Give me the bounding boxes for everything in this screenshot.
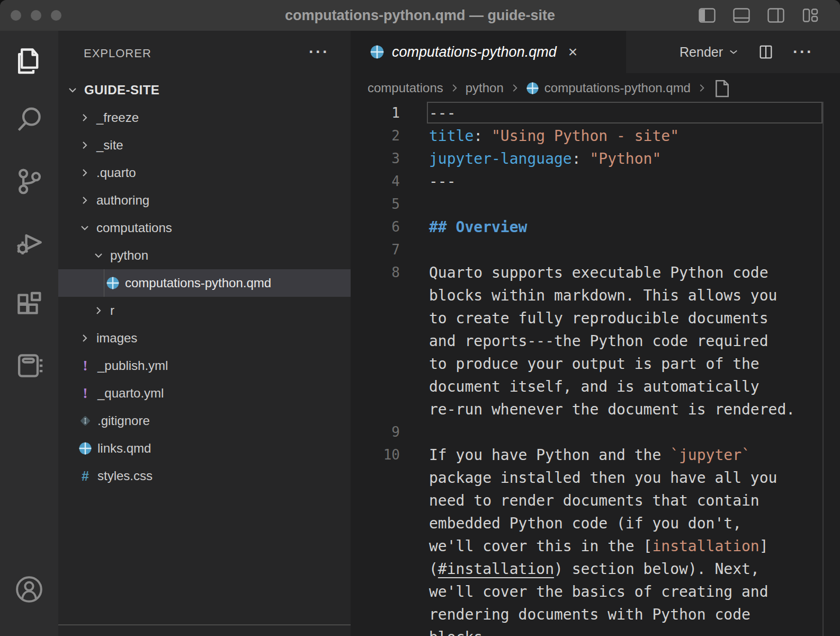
toggle-secondary-sidebar-icon[interactable] [767,8,784,23]
code-line-text: need to render documents that contain [429,489,759,512]
tree-folder-computations[interactable]: computations [58,214,351,242]
extensions-icon[interactable] [0,283,58,325]
tree-folder-images[interactable]: images [58,324,351,352]
code-line-text: we'll cover the basics of creating and [429,580,768,603]
chevron-right-icon [449,82,460,94]
line-number: 1 [351,102,400,125]
code-row: (#installation) section below). Next, [351,558,840,580]
code-line-text: re-run whenever the document is rendered… [429,398,795,421]
toggle-sidebar-icon[interactable] [699,8,716,23]
tree-item-label: _publish.yml [97,358,168,373]
chevron-right-icon [92,304,105,317]
render-button[interactable]: Render [680,45,739,60]
breadcrumb: computations python computations-python.… [351,73,840,103]
line-number [351,558,400,580]
run-and-debug-icon[interactable] [0,222,58,264]
code-row: 8Quarto supports executable Python code [351,261,840,284]
tree-item-label: _freeze [96,110,139,125]
code-row: to produce your output is part of the [351,352,840,375]
activity-bar [0,31,58,636]
customize-layout-icon[interactable] [802,8,819,23]
yaml-file-icon: ! [78,386,92,400]
tree-folder-r[interactable]: r [58,297,351,324]
code-line-text: jupyter-language: "Python" [429,147,661,170]
toggle-panel-icon[interactable] [733,8,750,23]
explorer-sidebar: EXPLORER ··· GUIDE-SITE _freeze_site.qua… [58,31,351,636]
quarto-file-icon [526,82,539,95]
symbol-file-icon [713,77,731,99]
account-icon[interactable] [0,568,58,611]
tab-close-icon[interactable]: × [568,44,578,60]
code-row: 2title: "Using Python - site" [351,125,840,147]
code-row: we'll cover this in the [installation] [351,535,840,558]
tree-item-label: links.qmd [97,441,151,456]
search-icon[interactable] [0,99,58,141]
tree-root-guide-site[interactable]: GUIDE-SITE [58,76,351,104]
chevron-right-icon [78,332,91,344]
code-row: 4--- [351,170,840,193]
source-control-icon[interactable] [0,160,58,202]
line-number: 5 [351,193,400,216]
line-number [351,603,400,626]
code-row: 7 [351,238,840,261]
tree-folder--quarto[interactable]: .quarto [58,159,351,187]
editor-code-area[interactable]: 1---2title: "Using Python - site"3jupyte… [351,102,840,636]
line-number: 3 [351,147,400,170]
tab-computations-python[interactable]: computations-python.qmd × [351,31,626,73]
breadcrumb-item-computations[interactable]: computations [368,81,443,95]
tree-file--quarto-yml[interactable]: !_quarto.yml [58,379,351,407]
tree-file--gitignore[interactable]: .gitignore [58,407,351,435]
tree-file--publish-yml[interactable]: !_publish.yml [58,352,351,379]
chevron-right-icon [696,82,708,94]
render-label: Render [680,45,723,60]
explorer-icon[interactable] [0,40,58,83]
editor-scrollbar[interactable] [823,102,824,636]
explorer-more-actions[interactable]: ··· [309,31,329,76]
yaml-file-icon: ! [78,359,92,373]
tree-item-label: .gitignore [97,413,150,428]
outline-section-header[interactable]: OUTLINE [58,629,351,636]
line-number: 10 [351,444,400,466]
code-row: embedded Python code (if you don't, [351,512,840,535]
outline-divider[interactable] [58,624,351,625]
code-row: and reports---the Python code required [351,330,840,352]
tree-folder--site[interactable]: _site [58,131,351,159]
tree-file-styles-css[interactable]: #styles.css [58,462,351,490]
editor-more-actions-icon[interactable]: ··· [793,43,814,61]
notebook-icon[interactable] [0,344,58,387]
tree-item-label: .quarto [96,165,136,180]
chevron-right-icon [509,82,521,94]
split-editor-icon[interactable] [758,44,774,60]
line-number [351,352,400,375]
breadcrumb-item-python[interactable]: python [466,81,504,95]
vscode-window: computations-python.qmd — guide-site [0,0,840,636]
tree-file-computations-python-qmd[interactable]: computations-python.qmd [58,269,351,297]
titlebar: computations-python.qmd — guide-site [0,0,840,31]
line-number [351,580,400,603]
tab-label: computations-python.qmd [392,44,557,60]
chevron-right-icon [78,194,91,207]
chevron-down-icon [66,84,79,96]
line-number: 9 [351,421,400,444]
tree-folder--freeze[interactable]: _freeze [58,104,351,131]
tree-item-label: computations [96,220,172,235]
line-number [351,489,400,512]
code-row: document itself, and is automatically [351,375,840,398]
code-line-text: title: "Using Python - site" [429,125,679,147]
tree-folder-authoring[interactable]: authoring [58,187,351,214]
code-line-text: to create fully reproducible documents [429,307,768,330]
tree-folder-python[interactable]: python [58,242,351,269]
code-line-text: --- [429,102,456,125]
tree-item-label: images [96,331,137,346]
tree-file-links-qmd[interactable]: links.qmd [58,435,351,462]
breadcrumb-item-file[interactable]: computations-python.qmd [544,81,691,95]
code-row: blocks. [351,626,840,636]
chevron-right-icon [78,166,91,179]
quarto-file-icon [370,45,385,59]
tree-item-label: styles.css [97,469,153,483]
code-line-text: we'll cover this in the [installation] [429,535,768,558]
tree-item-label: _site [96,138,123,153]
line-number: 7 [351,238,400,261]
code-line-text: package installed then you have all you [429,466,777,489]
line-number [351,466,400,489]
